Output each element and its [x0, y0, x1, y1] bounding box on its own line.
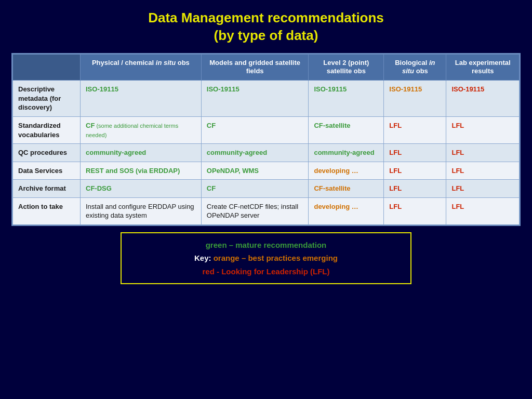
table-cell: ISO-19115: [446, 81, 520, 117]
data-table: Physical / chemical in situ obs Models a…: [12, 54, 520, 225]
table-cell: CF: [201, 117, 309, 144]
table-cell: REST and SOS (via ERDDAP): [81, 162, 202, 180]
table-cell: LFL: [384, 144, 446, 162]
table-cell: CF-satellite: [309, 117, 384, 144]
table-cell: developing …: [309, 162, 384, 180]
data-table-wrapper: Physical / chemical in situ obs Models a…: [11, 53, 521, 226]
table-cell: LFL: [446, 180, 520, 198]
table-cell: LFL: [446, 144, 520, 162]
table-body: Descriptive metadata (for discovery)ISO-…: [13, 81, 520, 224]
col-header-4: Biological in situ obs: [384, 54, 446, 81]
table-row: Action to takeInstall and configure ERDD…: [13, 197, 520, 224]
table-cell: community-agreed: [81, 144, 202, 162]
table-cell: OPeNDAP, WMS: [201, 162, 309, 180]
table-cell: CF (some additional chemical terms neede…: [81, 117, 202, 144]
key-label: Key:: [194, 254, 211, 262]
table-row: Data ServicesREST and SOS (via ERDDAP)OP…: [13, 162, 520, 180]
row-label: Descriptive metadata (for discovery): [13, 81, 81, 117]
table-cell: Install and configure ERDDAP using exist…: [81, 197, 202, 224]
table-cell: ISO-19115: [81, 81, 202, 117]
table-cell: ISO-19115: [384, 81, 446, 117]
table-cell: LFL: [384, 197, 446, 224]
col-header-1: Physical / chemical in situ obs: [81, 54, 202, 81]
table-row: QC procedurescommunity-agreedcommunity-a…: [13, 144, 520, 162]
col-header-2: Models and gridded satellite fields: [201, 54, 309, 81]
row-label: Standardized vocabularies: [13, 117, 81, 144]
table-cell: developing …: [309, 197, 384, 224]
key-red: red - Looking for Leadership (LFL): [137, 265, 395, 278]
table-cell: LFL: [384, 162, 446, 180]
table-cell: CF-satellite: [309, 180, 384, 198]
table-cell: LFL: [384, 117, 446, 144]
col-header-3: Level 2 (point) satellite obs: [309, 54, 384, 81]
table-cell: Create CF-netCDF files; install OPeNDAP …: [201, 197, 309, 224]
table-cell: LFL: [446, 162, 520, 180]
table-cell: ISO-19115: [309, 81, 384, 117]
row-label: Action to take: [13, 197, 81, 224]
table-cell: community-agreed: [201, 144, 309, 162]
row-label: Data Services: [13, 162, 81, 180]
col-header-5: Lab experimental results: [446, 54, 520, 81]
table-cell: ISO-19115: [201, 81, 309, 117]
table-cell: CF-DSG: [81, 180, 202, 198]
key-orange-line: Key: orange – best practices emerging: [137, 251, 395, 265]
table-header-row: Physical / chemical in situ obs Models a…: [13, 54, 520, 81]
table-cell: community-agreed: [309, 144, 384, 162]
table-row: Archive formatCF-DSGCFCF-satelliteLFLLFL: [13, 180, 520, 198]
table-cell: CF: [201, 180, 309, 198]
key-box: green – mature recommendation Key: orang…: [121, 232, 411, 285]
row-label: Archive format: [13, 180, 81, 198]
key-green: green – mature recommendation: [137, 238, 395, 252]
table-row: Standardized vocabulariesCF (some additi…: [13, 117, 520, 144]
table-cell: LFL: [384, 180, 446, 198]
row-label: QC procedures: [13, 144, 81, 162]
col-header-0: [13, 54, 81, 81]
table-cell: LFL: [446, 117, 520, 144]
page-title: Data Management recommendations (by type…: [148, 9, 384, 45]
key-orange: orange – best practices emerging: [214, 254, 338, 262]
table-cell: LFL: [446, 197, 520, 224]
table-row: Descriptive metadata (for discovery)ISO-…: [13, 81, 520, 117]
